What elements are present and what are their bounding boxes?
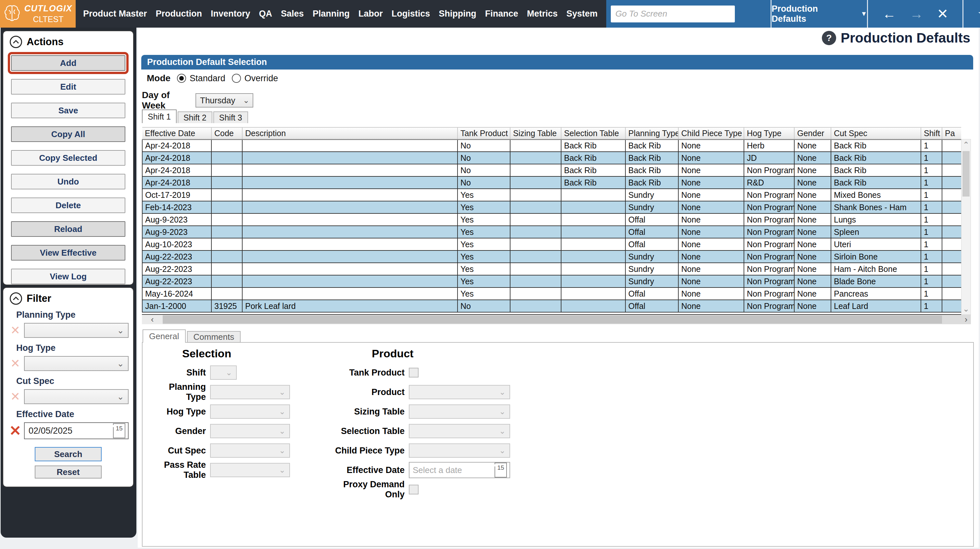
cell-cut-spec[interactable]: Ham - Aitch Bone	[831, 263, 921, 275]
filter-cut-spec-select[interactable]: ⌄	[24, 389, 129, 404]
table-row[interactable]: Apr-24-2018 No Back Rib Back Rib None He…	[142, 139, 961, 152]
cell-child-piece-type[interactable]: None	[678, 226, 744, 238]
cell-selection-table[interactable]: Back Rib	[561, 164, 625, 176]
cell-pass-rate[interactable]	[942, 201, 961, 214]
tab-general[interactable]: General	[143, 329, 186, 343]
cell-child-piece-type[interactable]: None	[678, 287, 744, 300]
product-select[interactable]: ⌄	[409, 385, 510, 399]
cell-code[interactable]	[212, 238, 242, 251]
cell-planning-type[interactable]: Sundry	[625, 263, 678, 275]
cell-hog-type[interactable]: Non Program	[744, 238, 794, 251]
cell-shift[interactable]: 1	[921, 300, 942, 312]
cell-cut-spec[interactable]: Lungs	[831, 214, 921, 226]
cell-tank-product[interactable]: Yes	[458, 238, 510, 251]
cell-gender[interactable]: None	[794, 287, 831, 300]
cell-pass-rate[interactable]	[942, 300, 961, 312]
cell-hog-type[interactable]: Herb	[744, 139, 794, 152]
col-pass-rate[interactable]: Pa	[942, 127, 961, 139]
col-shift[interactable]: Shift	[921, 127, 942, 139]
radio-override[interactable]	[232, 74, 241, 83]
cell-code[interactable]: 31925	[212, 300, 242, 312]
table-row[interactable]: Aug-22-2023 Yes Sundry None Non Program …	[142, 251, 961, 263]
cell-hog-type[interactable]: Non Program	[744, 263, 794, 275]
cell-hog-type[interactable]: JD	[744, 152, 794, 164]
cell-sizing-table[interactable]	[510, 275, 561, 287]
cell-description[interactable]	[242, 176, 458, 189]
cell-hog-type[interactable]: Non Program	[744, 164, 794, 176]
cell-code[interactable]	[212, 189, 242, 201]
nav-item[interactable]: Labor	[358, 9, 383, 19]
cell-planning-type[interactable]: Offal	[625, 226, 678, 238]
edit-button[interactable]: Edit	[11, 79, 125, 94]
cell-code[interactable]	[212, 214, 242, 226]
cell-description[interactable]: Pork Leaf lard	[242, 300, 458, 312]
cell-effective-date[interactable]: Apr-24-2018	[142, 139, 212, 152]
hog-type-select[interactable]: ⌄	[210, 404, 290, 419]
cell-cut-spec[interactable]: Shank Bones - Ham	[831, 201, 921, 214]
table-row[interactable]: Aug-9-2023 Yes Offal None Non Program No…	[142, 214, 961, 226]
planning-type-select[interactable]: ⌄	[210, 385, 290, 399]
cell-description[interactable]	[242, 139, 458, 152]
tank-product-checkbox[interactable]	[409, 368, 418, 377]
cell-hog-type[interactable]: Non Program	[744, 226, 794, 238]
cell-cut-spec[interactable]: Back Rib	[831, 139, 921, 152]
table-row[interactable]: Aug-10-2023 Yes Offal None Non Program N…	[142, 238, 961, 251]
cell-planning-type[interactable]: Offal	[625, 238, 678, 251]
cell-sizing-table[interactable]	[510, 201, 561, 214]
collapse-chevron-icon[interactable]	[10, 292, 22, 305]
cell-selection-table[interactable]	[561, 287, 625, 300]
clear-date-icon[interactable]: ✕	[6, 424, 24, 438]
cell-effective-date[interactable]: Aug-22-2023	[142, 251, 212, 263]
tab-shift-3[interactable]: Shift 3	[213, 112, 248, 123]
child-piece-type-select[interactable]: ⌄	[409, 444, 510, 458]
col-gender[interactable]: Gender	[794, 127, 831, 139]
cell-tank-product[interactable]: Yes	[458, 287, 510, 300]
cut-spec-select[interactable]: ⌄	[210, 444, 290, 458]
tab-shift-1[interactable]: Shift 1	[142, 110, 177, 123]
screen-selector-dropdown[interactable]: Production Defaults ▼	[770, 0, 867, 28]
day-of-week-select[interactable]: Thursday ⌄	[196, 93, 253, 107]
cell-gender[interactable]: None	[794, 275, 831, 287]
cell-description[interactable]	[242, 238, 458, 251]
cell-sizing-table[interactable]	[510, 152, 561, 164]
sizing-table-select[interactable]: ⌄	[409, 404, 510, 419]
cell-shift[interactable]: 1	[921, 189, 942, 201]
table-row[interactable]: Aug-9-2023 Yes Offal None Non Program No…	[142, 226, 961, 238]
cell-pass-rate[interactable]	[942, 287, 961, 300]
cell-child-piece-type[interactable]: None	[678, 201, 744, 214]
table-row[interactable]: Feb-14-2023 Yes Sundry None Non Program …	[142, 201, 961, 214]
cell-shift[interactable]: 1	[921, 214, 942, 226]
cell-child-piece-type[interactable]: None	[678, 152, 744, 164]
cell-selection-table[interactable]	[561, 251, 625, 263]
copy-all-button[interactable]: Copy All	[11, 126, 125, 142]
cell-shift[interactable]: 1	[921, 201, 942, 214]
scrollbar-thumb[interactable]	[163, 316, 942, 324]
cell-sizing-table[interactable]	[510, 287, 561, 300]
cell-hog-type[interactable]: Non Program	[744, 300, 794, 312]
col-tank-product[interactable]: Tank Product	[458, 127, 510, 139]
col-cut-spec[interactable]: Cut Spec	[831, 127, 921, 139]
cell-description[interactable]	[242, 275, 458, 287]
cell-tank-product[interactable]: Yes	[458, 263, 510, 275]
cell-gender[interactable]: None	[794, 300, 831, 312]
cell-sizing-table[interactable]	[510, 176, 561, 189]
cell-pass-rate[interactable]	[942, 189, 961, 201]
cell-gender[interactable]: None	[794, 164, 831, 176]
cell-pass-rate[interactable]	[942, 251, 961, 263]
scrollbar-thumb[interactable]	[963, 151, 970, 196]
scroll-right-icon[interactable]: ›	[961, 315, 971, 324]
cell-child-piece-type[interactable]: None	[678, 139, 744, 152]
nav-item[interactable]: Shipping	[439, 9, 476, 19]
clear-filter-icon[interactable]: ✕	[6, 357, 24, 369]
cell-selection-table[interactable]	[561, 226, 625, 238]
cell-description[interactable]	[242, 189, 458, 201]
cell-shift[interactable]: 1	[921, 152, 942, 164]
cell-code[interactable]	[212, 152, 242, 164]
cell-effective-date[interactable]: Apr-24-2018	[142, 152, 212, 164]
nav-item[interactable]: Inventory	[211, 9, 250, 19]
cell-selection-table[interactable]: Back Rib	[561, 176, 625, 189]
save-button[interactable]: Save	[11, 103, 125, 118]
cell-description[interactable]	[242, 251, 458, 263]
nav-item[interactable]: Planning	[313, 9, 350, 19]
cell-sizing-table[interactable]	[510, 139, 561, 152]
